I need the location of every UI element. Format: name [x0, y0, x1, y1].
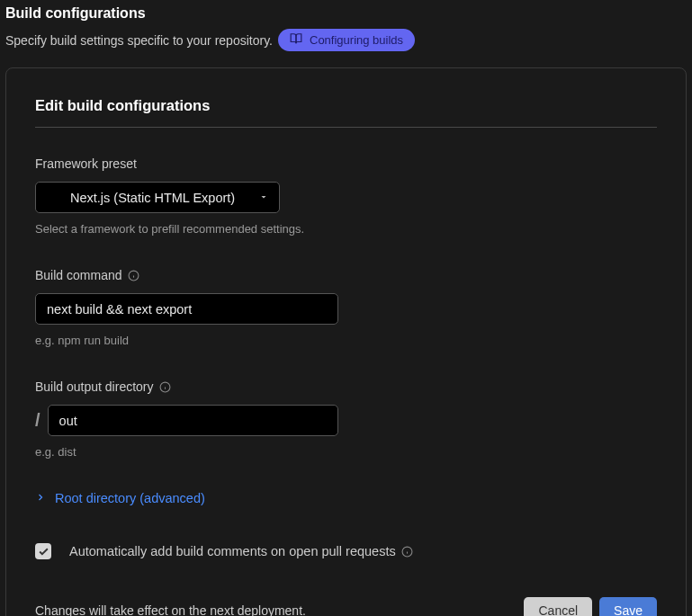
path-prefix: / — [35, 410, 40, 431]
docs-link-text: Configuring builds — [310, 33, 403, 47]
edit-card: Edit build configurations Framework pres… — [5, 67, 687, 616]
build-command-hint: e.g. npm run build — [35, 334, 657, 347]
framework-hint: Select a framework to prefill recommende… — [35, 222, 657, 236]
footer-row: Changes will take effect on the next dep… — [35, 597, 657, 616]
footer-note: Changes will take effect on the next dep… — [35, 603, 306, 616]
output-dir-hint: e.g. dist — [35, 445, 657, 459]
root-directory-toggle[interactable]: Root directory (advanced) — [35, 491, 657, 505]
info-icon[interactable] — [128, 270, 139, 281]
framework-label: Framework preset — [35, 156, 657, 171]
cancel-button[interactable]: Cancel — [524, 597, 592, 616]
chevron-right-icon — [35, 491, 46, 505]
framework-select[interactable]: Next.js (Static HTML Export) — [35, 182, 280, 213]
page-title: Build configurations — [5, 5, 687, 22]
info-icon[interactable] — [401, 546, 413, 558]
build-command-input[interactable] — [35, 293, 338, 325]
output-dir-field: Build output directory / e.g. dist — [35, 379, 657, 459]
save-button[interactable]: Save — [599, 597, 657, 616]
build-command-field: Build command e.g. npm run build — [35, 268, 657, 347]
docs-link[interactable]: Configuring builds — [278, 29, 415, 51]
output-dir-input[interactable] — [48, 405, 338, 436]
build-command-label: Build command — [35, 268, 122, 282]
info-icon[interactable] — [159, 381, 171, 393]
book-icon — [290, 32, 302, 48]
output-dir-label: Build output directory — [35, 379, 154, 394]
subtitle-row: Specify build settings specific to your … — [5, 29, 687, 51]
check-icon — [38, 546, 49, 558]
card-title: Edit build configurations — [35, 97, 657, 128]
auto-comments-row: Automatically add build comments on open… — [35, 543, 657, 559]
page-subtitle: Specify build settings specific to your … — [5, 33, 273, 48]
auto-comments-label: Automatically add build comments on open… — [69, 544, 396, 558]
auto-comments-checkbox[interactable] — [35, 543, 51, 559]
root-directory-label: Root directory (advanced) — [55, 491, 205, 505]
framework-field: Framework preset Next.js (Static HTML Ex… — [35, 156, 657, 236]
